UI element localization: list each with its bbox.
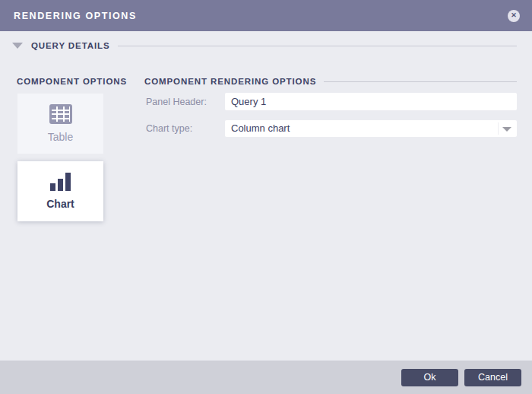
collapse-caret-icon[interactable] (12, 43, 23, 49)
divider (324, 81, 517, 82)
component-rendering-options-heading: COMPONENT RENDERING OPTIONS (144, 76, 517, 87)
chart-type-select[interactable]: Column chart (225, 120, 517, 137)
query-details-section-header: QUERY DETAILS (11, 40, 517, 51)
divider (498, 122, 499, 135)
close-button[interactable]: ✕ (508, 10, 520, 22)
chart-type-value: Column chart (231, 122, 290, 134)
component-rendering-options-title: COMPONENT RENDERING OPTIONS (144, 77, 316, 86)
panel-header-row: Panel Header: (146, 93, 517, 110)
panel-header-label: Panel Header: (146, 97, 225, 107)
component-options-title: COMPONENT OPTIONS (17, 77, 127, 86)
cancel-button[interactable]: Cancel (464, 369, 521, 386)
component-option-chart[interactable]: Chart (17, 161, 103, 221)
tile-label-table: Table (48, 131, 73, 143)
chevron-down-icon (502, 127, 511, 132)
dialog-footer: Ok Cancel (0, 361, 532, 394)
ok-button[interactable]: Ok (401, 369, 458, 386)
chart-type-label: Chart type: (146, 123, 225, 134)
rendering-options-dialog: RENDERING OPTIONS ✕ QUERY DETAILS COMPON… (0, 0, 532, 394)
query-details-title: QUERY DETAILS (31, 41, 110, 50)
divider (118, 46, 518, 46)
panel-header-input[interactable] (225, 93, 517, 110)
bar-chart-icon (50, 173, 71, 191)
component-options-heading: COMPONENT OPTIONS (17, 76, 122, 87)
dialog-header: RENDERING OPTIONS ✕ (0, 0, 532, 31)
tile-label-chart: Chart (46, 198, 74, 210)
close-icon: ✕ (511, 12, 517, 19)
dialog-title: RENDERING OPTIONS (14, 11, 137, 21)
component-option-table[interactable]: Table (17, 94, 103, 154)
table-icon (49, 104, 72, 124)
chart-type-row: Chart type: Column chart (146, 119, 517, 137)
